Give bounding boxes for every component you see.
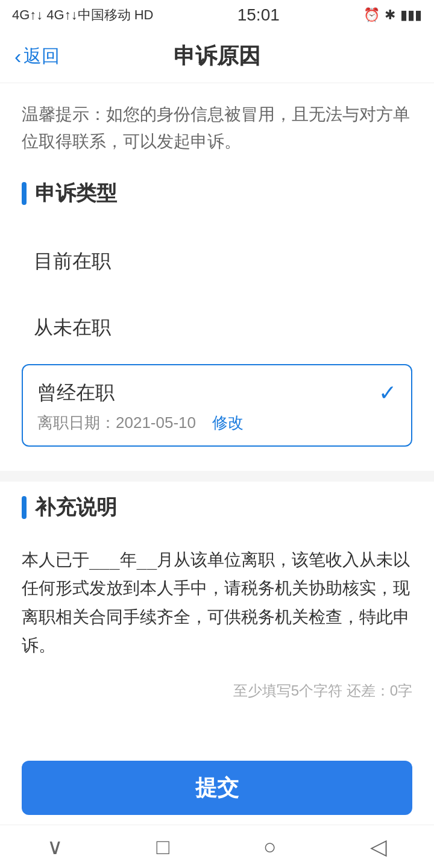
tip-text: 温馨提示：如您的身份信息被冒用，且无法与对方单位取得联系，可以发起申诉。 <box>22 101 412 156</box>
check-icon: ✓ <box>379 380 397 406</box>
appeal-type-title: 申诉类型 <box>35 180 117 207</box>
option-never-header: 从未在职 <box>34 315 400 341</box>
nav-square-icon[interactable]: □ <box>156 834 169 860</box>
nav-down-icon[interactable]: ∨ <box>47 834 63 860</box>
carrier-label: 4G↑↓中国移动 <box>46 6 130 24</box>
hd-badge: HD <box>134 7 154 23</box>
nav-back-icon[interactable]: ◁ <box>370 834 387 860</box>
supplement-bar-icon <box>22 496 27 519</box>
status-bar: 4G↑↓ 4G↑↓中国移动 HD 15:01 ⏰ ✱ ▮▮▮ <box>0 0 434 30</box>
option-formerly-header: 曾经在职 ✓ <box>37 380 397 406</box>
status-left: 4G↑↓ 4G↑↓中国移动 HD <box>12 6 154 24</box>
battery-icon: ▮▮▮ <box>400 7 422 23</box>
back-button[interactable]: ‹ 返回 <box>14 44 60 69</box>
option-current-header: 目前在职 <box>34 248 400 275</box>
status-time: 15:01 <box>237 5 280 25</box>
supplement-section-header: 补充说明 <box>22 494 412 521</box>
section-divider <box>0 471 434 482</box>
appeal-type-section-header: 申诉类型 <box>22 180 412 207</box>
bottom-nav: ∨ □ ○ ◁ <box>0 825 434 868</box>
supplement-textarea[interactable] <box>22 539 412 672</box>
option-list: 目前在职 从未在职 曾经在职 ✓ 离职日期：2021-05-10 修改 <box>22 225 412 459</box>
page-title: 申诉原因 <box>174 42 260 71</box>
alarm-icon: ⏰ <box>363 7 380 23</box>
nav-bar: ‹ 返回 申诉原因 <box>0 30 434 83</box>
supplement-section: 补充说明 至少填写5个字符 还差：0字 <box>22 494 412 700</box>
back-label: 返回 <box>24 44 60 69</box>
modify-date-button[interactable]: 修改 <box>212 414 244 432</box>
option-current-label: 目前在职 <box>34 248 111 275</box>
option-never-employed[interactable]: 从未在职 <box>22 298 412 358</box>
section-bar-icon <box>22 182 27 205</box>
option-never-label: 从未在职 <box>34 315 111 341</box>
supplement-hint: 至少填写5个字符 还差：0字 <box>22 681 412 700</box>
option-formerly-employed[interactable]: 曾经在职 ✓ 离职日期：2021-05-10 修改 <box>22 364 412 447</box>
nav-circle-icon[interactable]: ○ <box>263 834 277 860</box>
signal-icon: 4G↑↓ <box>12 7 43 23</box>
option-formerly-sub: 离职日期：2021-05-10 修改 <box>37 412 397 433</box>
option-current-employed[interactable]: 目前在职 <box>22 231 412 292</box>
back-arrow-icon: ‹ <box>14 45 21 68</box>
supplement-title: 补充说明 <box>35 494 117 521</box>
option-formerly-label: 曾经在职 <box>37 380 115 406</box>
resign-date-label: 离职日期：2021-05-10 <box>37 414 196 432</box>
submit-button[interactable]: 提交 <box>22 761 412 815</box>
submit-bar: 提交 <box>0 751 434 825</box>
status-right: ⏰ ✱ ▮▮▮ <box>363 7 422 23</box>
main-content: 温馨提示：如您的身份信息被冒用，且无法与对方单位取得联系，可以发起申诉。 申诉类… <box>0 83 434 791</box>
bluetooth-icon: ✱ <box>385 7 395 23</box>
